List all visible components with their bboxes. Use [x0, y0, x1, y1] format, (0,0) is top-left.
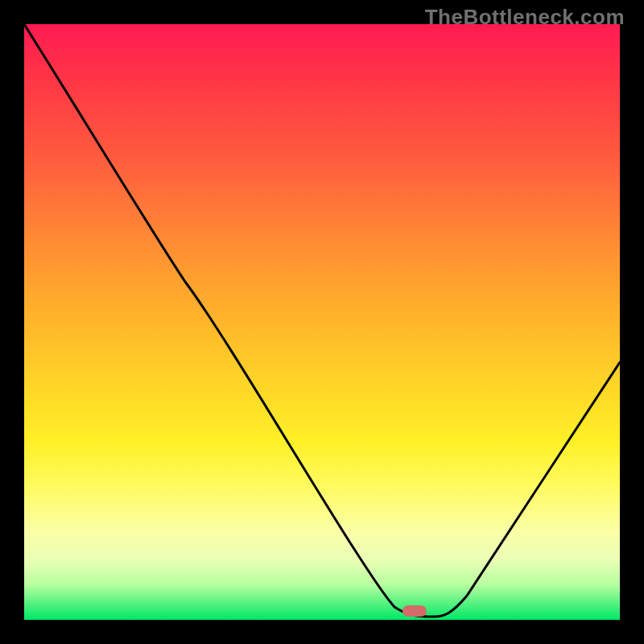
- curve-path: [24, 24, 620, 617]
- optimal-point-marker: [402, 605, 427, 617]
- bottleneck-curve: [24, 24, 620, 620]
- plot-area: [24, 24, 620, 620]
- chart-frame: TheBottleneck.com: [0, 0, 644, 644]
